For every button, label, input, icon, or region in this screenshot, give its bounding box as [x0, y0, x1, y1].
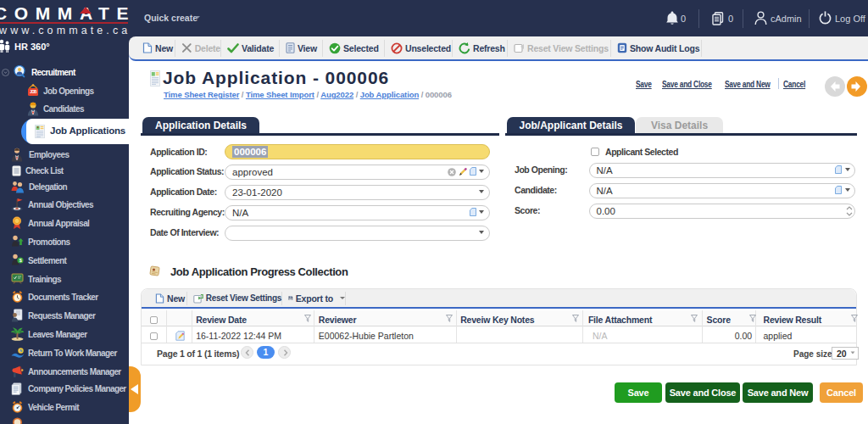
svg-text:JOB: JOB	[30, 90, 37, 94]
